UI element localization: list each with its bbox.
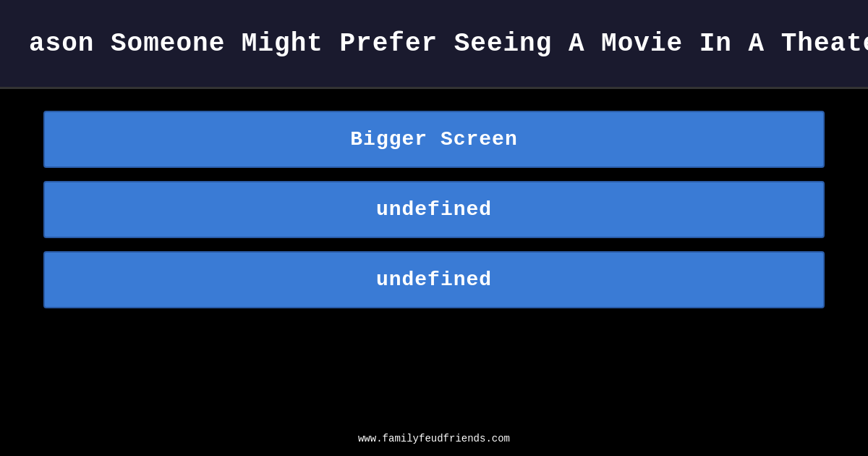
question-title: ason Someone Might Prefer Seeing A Movie… [29, 29, 868, 59]
answer-button-1[interactable]: Bigger Screen [43, 111, 825, 168]
answer-label-1: Bigger Screen [350, 128, 517, 151]
answer-button-2[interactable]: undefined [43, 181, 825, 238]
footer-url: www.familyfeudfriends.com [358, 433, 510, 444]
answers-container: Bigger Screen undefined undefined [0, 89, 868, 330]
answer-label-2: undefined [376, 198, 492, 221]
header-bar: ason Someone Might Prefer Seeing A Movie… [0, 0, 868, 89]
answer-label-3: undefined [376, 269, 492, 291]
answer-button-3[interactable]: undefined [43, 251, 825, 308]
footer: www.familyfeudfriends.com [0, 432, 868, 445]
